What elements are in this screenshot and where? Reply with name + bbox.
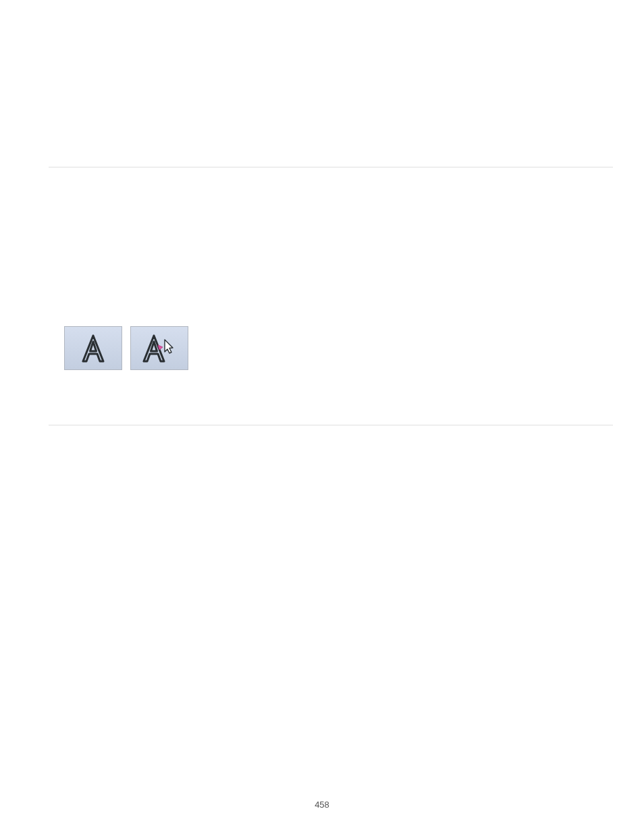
text-letter-button[interactable]	[64, 326, 122, 370]
text-letter-cursor-button[interactable]	[130, 326, 188, 370]
letter-a-cursor-icon	[140, 333, 179, 364]
divider-mid	[49, 425, 613, 425]
document-page: 458	[0, 0, 644, 834]
button-row	[64, 326, 188, 370]
page-number: 458	[0, 800, 644, 810]
divider-top	[49, 167, 613, 167]
letter-a-icon	[78, 333, 109, 364]
